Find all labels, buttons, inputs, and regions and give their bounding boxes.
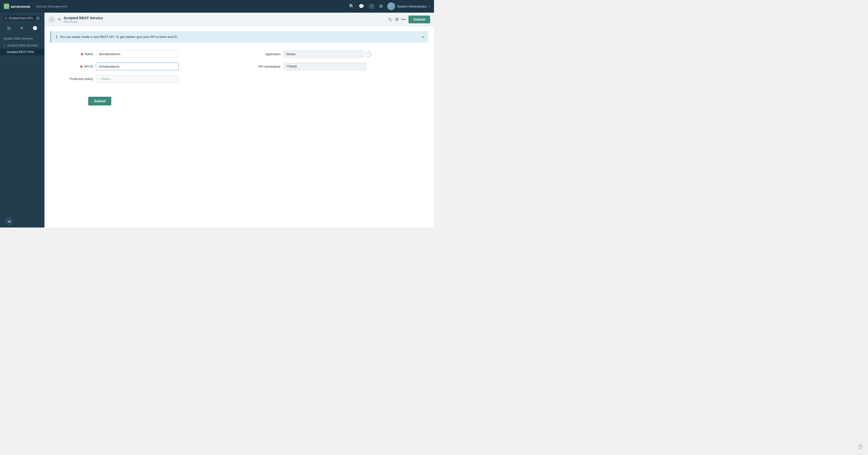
form-toolbar: ‹ ≡ Scripted REST Service New record 📎 ⚙… xyxy=(44,13,434,26)
name-label: ✱ Name xyxy=(64,52,93,56)
form-submit-area: Submit xyxy=(44,93,434,115)
name-required-star: ✱ xyxy=(81,52,84,56)
info-banner-text: You can easily create a new REST API. To… xyxy=(60,35,423,39)
expand-triangle-icon: ▼ xyxy=(3,44,6,47)
attach-icon[interactable]: 📎 xyxy=(388,17,393,22)
form-title: Scripted REST Service xyxy=(64,16,385,20)
sidebar-back-button[interactable]: ◀ xyxy=(5,217,13,225)
search-input[interactable] xyxy=(9,17,34,20)
history-icon[interactable]: 🕐 xyxy=(32,25,38,31)
sidebar-item-system-web-services[interactable]: System Web Services xyxy=(0,34,44,42)
form-submit-button[interactable]: Submit xyxy=(88,97,111,105)
api-namespace-label: API namespace xyxy=(251,65,281,68)
name-field-group: ✱ Name xyxy=(64,50,237,58)
name-input[interactable] xyxy=(96,50,179,58)
chat-icon[interactable]: 💬 xyxy=(359,4,364,9)
nav-right: 🔍 💬 ? ⚙ System Administrator ▾ xyxy=(349,2,430,10)
api-id-field-group: ✱ API ID xyxy=(64,63,237,70)
right-empty-column xyxy=(251,75,425,88)
application-label: Application xyxy=(251,52,281,56)
search-clear-button[interactable]: ✕ xyxy=(36,16,40,20)
form-subtitle: New record xyxy=(64,20,385,23)
layout: ⊟ ✕ ▤ ★ 🕐 System Web Services ▼ Scripted… xyxy=(0,13,434,228)
protection-policy-select[interactable]: -- None -- xyxy=(96,75,179,83)
sidebar-item-scripted-rest-apis[interactable]: Scripted REST APIs xyxy=(0,49,44,55)
api-id-required-star: ✱ xyxy=(80,65,83,68)
help-icon[interactable]: ? xyxy=(368,3,375,9)
sidebar-search-container: ⊟ ✕ xyxy=(2,15,42,21)
info-banner-close-button[interactable]: ✕ xyxy=(422,34,425,39)
brand-logo[interactable]: servicenow xyxy=(4,3,34,10)
protection-policy-label: Protection policy xyxy=(64,77,93,81)
name-label-text: Name xyxy=(85,52,93,56)
sidebar-nav: System Web Services ▼ Scripted Web Servi… xyxy=(0,34,44,213)
toolbar-more-icon[interactable]: ••• xyxy=(401,17,406,22)
application-info-button[interactable]: i xyxy=(366,52,371,57)
user-name-label: System Administrator xyxy=(397,5,427,8)
sidebar-icon-row: ▤ ★ 🕐 xyxy=(0,23,44,34)
api-id-label: ✱ API ID xyxy=(64,65,93,68)
sidebar-filter-icon: ⊟ xyxy=(5,17,7,20)
sidebar-bottom: ◀ xyxy=(0,213,44,228)
favorites-icon[interactable]: ★ xyxy=(19,25,24,31)
api-id-label-text: API ID xyxy=(84,65,93,68)
toolbar-submit-button[interactable]: Submit xyxy=(408,16,430,23)
protection-policy-label-text: Protection policy xyxy=(70,77,93,81)
svg-text:servicenow: servicenow xyxy=(11,5,30,8)
api-namespace-input[interactable] xyxy=(284,63,366,70)
toolbar-menu-icon[interactable]: ≡ xyxy=(58,17,61,22)
sidebar: ⊟ ✕ ▤ ★ 🕐 System Web Services ▼ Scripted… xyxy=(0,13,44,228)
toolbar-settings-icon[interactable]: ⚙ xyxy=(395,17,399,22)
toolbar-back-button[interactable]: ‹ xyxy=(49,16,55,23)
brand: servicenow Service Management xyxy=(4,3,67,10)
list-view-icon[interactable]: ▤ xyxy=(6,25,12,31)
svg-rect-0 xyxy=(4,4,9,9)
form-fields-grid: ✱ Name Application i xyxy=(44,44,434,93)
application-label-text: Application xyxy=(265,52,281,56)
avatar xyxy=(388,2,395,10)
user-dropdown-arrow-icon[interactable]: ▾ xyxy=(429,5,430,8)
top-nav: servicenow Service Management 🔍 💬 ? ⚙ Sy… xyxy=(0,0,434,13)
nav-left: servicenow Service Management xyxy=(4,3,67,10)
settings-icon[interactable]: ⚙ xyxy=(379,4,383,9)
user-area[interactable]: System Administrator ▾ xyxy=(388,2,430,10)
search-icon[interactable]: 🔍 xyxy=(349,4,354,9)
form-area: ℹ You can easily create a new REST API. … xyxy=(44,26,434,228)
protection-policy-field-group: Protection policy -- None -- xyxy=(64,75,237,83)
toolbar-actions: 📎 ⚙ ••• Submit xyxy=(388,16,430,23)
app-name-label: Service Management xyxy=(36,5,67,8)
sidebar-item-scripted-web-services[interactable]: ▼ Scripted Web Services xyxy=(0,42,44,49)
api-namespace-field-group: API namespace xyxy=(251,63,425,70)
servicenow-logo-svg: servicenow xyxy=(4,3,34,10)
info-banner-icon: ℹ xyxy=(56,34,57,39)
scripted-web-services-label: Scripted Web Services xyxy=(7,44,38,47)
application-field-group: Application i xyxy=(251,50,425,58)
application-input-wrapper: i xyxy=(284,50,371,58)
api-namespace-label-text: API namespace xyxy=(258,65,281,68)
toolbar-title-area: Scripted REST Service New record xyxy=(64,16,385,23)
api-id-input[interactable] xyxy=(96,63,179,70)
info-banner: ℹ You can easily create a new REST API. … xyxy=(50,31,428,42)
application-input[interactable] xyxy=(284,50,364,58)
main-content: ‹ ≡ Scripted REST Service New record 📎 ⚙… xyxy=(44,13,434,228)
